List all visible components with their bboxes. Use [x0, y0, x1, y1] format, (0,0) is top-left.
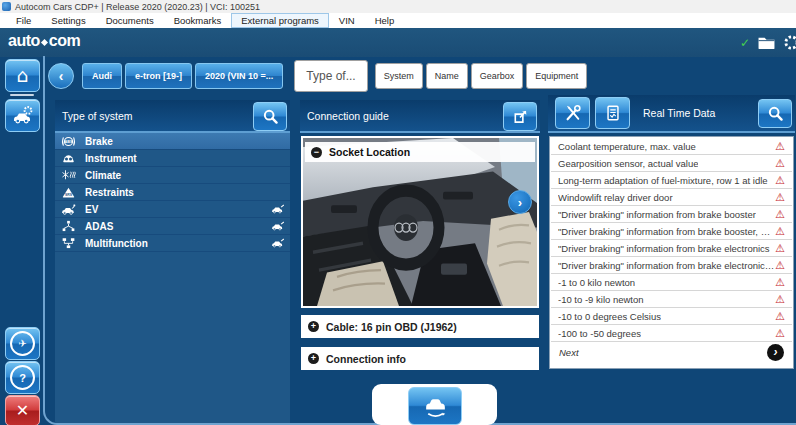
system-panel-header: Type of system: [55, 100, 290, 133]
warning-triangle-icon: ⚠: [775, 174, 785, 187]
breadcrumb-upcoming-item[interactable]: Name: [426, 63, 468, 89]
collapse-icon: −: [311, 147, 322, 158]
menu-item[interactable]: Help: [365, 13, 405, 28]
realtime-list-item[interactable]: Long-term adaptation of fuel-mixture, ro…: [551, 172, 792, 189]
menu-item[interactable]: VIN: [329, 13, 365, 28]
breadcrumb-selected-item[interactable]: 2020 (VIN 10 =...: [195, 63, 283, 89]
open-external-button[interactable]: [503, 102, 537, 131]
realtime-list: Coolant temperature, max. value ⚠ Gearpo…: [549, 136, 794, 369]
system-list-item[interactable]: EV: [55, 201, 290, 218]
system-list-item[interactable]: Restraints: [55, 184, 290, 201]
realtime-panel-header: Real Time Data: [548, 95, 795, 133]
system-list-item[interactable]: Brake: [55, 133, 290, 150]
car-gear-icon: [12, 105, 34, 127]
menu-item[interactable]: Documents: [96, 13, 164, 28]
realtime-list-item[interactable]: -10 to -9 kilo newton ⚠: [551, 291, 792, 308]
system-list-item[interactable]: Multifunction: [55, 235, 290, 252]
realtime-panel: Real Time Data Coolant temperature, max.…: [548, 95, 795, 425]
warning-triangle-icon: ⚠: [775, 225, 785, 238]
menu-item[interactable]: Settings: [41, 13, 95, 28]
realtime-list-item[interactable]: Windowlift relay driver door ⚠: [551, 189, 792, 206]
realtime-list-item[interactable]: Gearposition sensor, actual value ⚠: [551, 155, 792, 172]
app-icon: [2, 2, 11, 11]
realtime-list-item[interactable]: Coolant temperature, max. value ⚠: [551, 138, 792, 155]
system-list-item[interactable]: Instrument: [55, 150, 290, 167]
menu-item[interactable]: File: [6, 13, 41, 28]
autocom-logo: auto com: [8, 32, 80, 50]
realtime-item-label: "Driver braking" information from brake …: [558, 243, 770, 254]
realtime-list-item[interactable]: "Driver braking" information from brake …: [551, 223, 792, 240]
system-list-item-label: Instrument: [85, 153, 137, 164]
home-button[interactable]: ⌂: [5, 59, 40, 92]
breadcrumb-upcoming-item[interactable]: System: [375, 63, 423, 89]
connection-info-section[interactable]: + Connection info: [301, 347, 539, 370]
breadcrumb-selected-item[interactable]: Audi: [82, 63, 122, 89]
system-list-item[interactable]: Climate: [55, 167, 290, 184]
sidebar-divider: [10, 94, 34, 96]
home-icon: ⌂: [16, 66, 28, 85]
exit-button[interactable]: ✕: [5, 395, 40, 425]
realtime-item-label: "Driver braking" information from brake …: [558, 260, 775, 271]
connection-panel: Connection guide: [300, 100, 540, 425]
menu-item[interactable]: Bookmarks: [164, 13, 232, 28]
help-button[interactable]: ?: [5, 361, 40, 394]
realtime-item-label: Gearposition sensor, actual value: [558, 158, 698, 169]
system-type-icon: [60, 134, 77, 149]
realtime-list-item[interactable]: "Driver braking" information from brake …: [551, 206, 792, 223]
vehicle-settings-button[interactable]: [5, 99, 40, 132]
car-front-icon: [422, 394, 449, 419]
system-list-item-label: Restraints: [85, 187, 134, 198]
warning-triangle-icon: ⚠: [775, 242, 785, 255]
cable-section[interactable]: + Cable: 16 pin OBD (J1962): [301, 315, 539, 338]
system-type-icon: [60, 168, 77, 183]
system-search-button[interactable]: [253, 102, 287, 131]
back-button[interactable]: ‹: [48, 63, 74, 89]
menu-item[interactable]: External programs: [231, 13, 329, 28]
system-list-item[interactable]: ADAS: [55, 218, 290, 235]
next-arrow-button[interactable]: ›: [767, 344, 784, 361]
realtime-item-label: Long-term adaptation of fuel-mixture, ro…: [558, 175, 768, 186]
bottom-dock: [372, 384, 497, 425]
breadcrumb-current-step[interactable]: Type of...: [294, 60, 367, 92]
socket-location-section[interactable]: − Socket Location: [305, 142, 535, 162]
realtime-list-item[interactable]: -10 to 0 degrees Celsius ⚠: [551, 308, 792, 325]
warning-triangle-icon: ⚠: [775, 157, 785, 170]
system-type-icon: [60, 236, 77, 251]
tools-icon: [564, 104, 582, 122]
next-page-row[interactable]: Next ›: [552, 340, 791, 364]
car-interior-photo: [303, 138, 537, 306]
realtime-list-item[interactable]: "Driver braking" information from brake …: [551, 257, 792, 274]
folder-icon[interactable]: [757, 35, 776, 50]
system-list-item-label: Multifunction: [85, 238, 148, 249]
breadcrumb-selected-item[interactable]: e-tron [19-]: [125, 63, 192, 89]
chevron-left-icon: ‹: [59, 68, 64, 84]
system-type-icon: [60, 219, 77, 234]
document-icon: [604, 104, 622, 122]
gear-ring-icon[interactable]: [783, 34, 796, 51]
system-type-icon: [60, 185, 77, 200]
connection-info-label: Connection info: [326, 353, 406, 365]
flight-recorder-button[interactable]: ✈: [5, 327, 40, 360]
connect-vehicle-button[interactable]: [408, 387, 462, 425]
warning-triangle-icon: ⚠: [775, 293, 785, 306]
system-panel-title: Type of system: [62, 110, 133, 122]
realtime-list-item[interactable]: "Driver braking" information from brake …: [551, 240, 792, 257]
close-icon: ✕: [16, 403, 29, 419]
connection-panel-header: Connection guide: [300, 100, 540, 133]
system-type-icon: [60, 151, 77, 166]
warning-triangle-icon: ⚠: [775, 259, 785, 272]
realtime-panel-title: Real Time Data: [643, 107, 715, 119]
adjustments-button[interactable]: [555, 97, 590, 129]
logo-text-left: auto: [8, 32, 40, 50]
breadcrumb-upcoming-item[interactable]: Gearbox: [471, 63, 524, 89]
photo-next-button[interactable]: ›: [508, 190, 532, 214]
realtime-list-item[interactable]: -1 to 0 kilo newton ⚠: [551, 274, 792, 291]
system-list-item-label: Brake: [85, 136, 113, 147]
socket-location-photo: − Socket Location ›: [303, 138, 537, 306]
external-link-icon: [512, 108, 529, 125]
realtime-item-label: -10 to 0 degrees Celsius: [558, 311, 661, 322]
report-button[interactable]: [595, 97, 630, 129]
breadcrumb-upcoming-item[interactable]: Equipment: [526, 63, 587, 89]
warning-triangle-icon: ⚠: [775, 327, 785, 340]
realtime-search-button[interactable]: [758, 99, 792, 128]
